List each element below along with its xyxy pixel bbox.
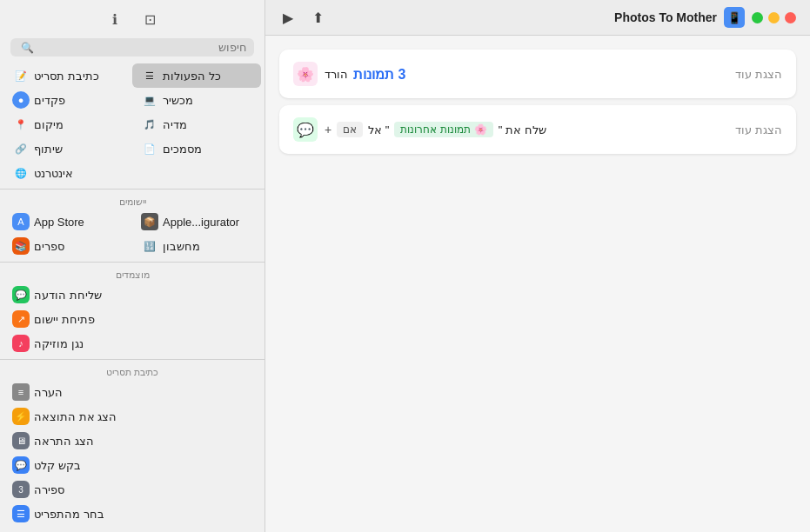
sidebar-item-show-alert[interactable]: הצג התראה 🖥 [3, 429, 261, 453]
step2-app-icon: 💬 [293, 117, 318, 142]
suggested-section-label: מוצמדים [0, 266, 264, 283]
step1-action: הורד [325, 68, 348, 81]
main-content: הצגת עוד 3 תמונות הורד 🌸 הצגת עוד שלח את… [265, 36, 810, 532]
green-traffic-light[interactable] [752, 12, 763, 23]
add-to-dock-icon[interactable]: ⊡ [139, 9, 160, 30]
apps-section-label: יישומים [0, 193, 264, 209]
sidebar-item-books[interactable]: ספרים 📚 [3, 234, 132, 258]
ask-input-label: בקש קלט [34, 459, 81, 472]
top-actions-grid: כל הפעולות ☰ כתיבת תסריט 📝 מכשיר 💻 פקדים… [0, 63, 264, 185]
app-store-label: App Store [34, 216, 84, 229]
header-right: Photos To Mother 📱 [614, 7, 796, 28]
show-alert-icon: 🖥 [12, 432, 30, 449]
show-result-icon: ⚡ [12, 408, 30, 425]
step2-tag-icon: 🌸 [474, 123, 487, 136]
play-music-label: נגן מוזיקה [34, 337, 84, 350]
documents-label: מסמכים [163, 143, 202, 156]
info-icon[interactable]: ℹ [104, 9, 125, 30]
step-card-send: הצגת עוד שלח את " 🌸 תמונות אחרונות " אל … [279, 105, 796, 154]
count-label: ספירה [34, 483, 64, 496]
show-result-label: הצג את התוצאה [34, 410, 117, 423]
sidebar-item-app-store[interactable]: App Store A [3, 209, 132, 234]
calculator-icon: 🔢 [141, 237, 158, 255]
search-bar[interactable]: 🔍 [10, 38, 254, 57]
automation-title: Photos To Mother [614, 10, 717, 24]
send-message-icon: 💬 [12, 286, 30, 303]
step-card-download: הצגת עוד 3 תמונות הורד 🌸 [279, 50, 796, 98]
step1-app-icon: 🌸 [293, 62, 318, 86]
sidebar-item-send-message[interactable]: שליחת הודעה 💬 [3, 283, 261, 307]
sidebar-item-count[interactable]: ספירה 3 [3, 477, 261, 502]
step2-expand[interactable]: הצגת עוד [735, 123, 782, 136]
location-label: מיקום [34, 118, 64, 131]
step1-count[interactable]: 3 תמונות [353, 66, 405, 83]
red-traffic-light[interactable] [785, 12, 796, 23]
choose-menu-icon: ☰ [12, 505, 30, 522]
count-icon: 3 [12, 481, 30, 498]
step2-content: שלח את " 🌸 תמונות אחרונות " אל אם + [325, 122, 546, 137]
media-label: מדיה [163, 118, 187, 131]
step2-tag[interactable]: 🌸 תמונות אחרונות [394, 122, 492, 137]
share-button[interactable]: ⬆ [309, 8, 327, 28]
play-music-icon: ♪ [12, 335, 30, 352]
note-icon: ≡ [12, 383, 30, 401]
sidebar-item-media[interactable]: מדיה 🎵 [132, 112, 261, 136]
ask-input-icon: 💬 [12, 456, 30, 474]
script-list: הערה ≡ הצג את התוצאה ⚡ הצג התראה 🖥 בקש ק… [0, 380, 264, 526]
sharing-icon: 🔗 [12, 140, 30, 157]
step2-to: " אל [368, 123, 389, 136]
sidebar-item-all-actions[interactable]: כל הפעולות ☰ [132, 63, 261, 88]
suggested-list: שליחת הודעה 💬 פתיחת יישום ↗ נגן מוזיקה ♪ [0, 283, 264, 356]
yellow-traffic-light[interactable] [768, 12, 780, 23]
sidebar-item-sharing[interactable]: שיתוף 🔗 [3, 136, 132, 161]
device-icon: 💻 [141, 91, 158, 109]
toolbar-left: ▶ ⬆ [279, 8, 327, 28]
controls-icon: ● [12, 91, 30, 109]
sidebar-item-calculator[interactable]: מחשבון 🔢 [132, 234, 261, 258]
step1-expand[interactable]: הצגת עוד [735, 68, 782, 81]
step2-action: שלח את " [499, 123, 546, 136]
sidebar-item-ask-input[interactable]: בקש קלט 💬 [3, 453, 261, 477]
internet-icon: 🌐 [12, 164, 30, 182]
script-section-label: כתיבת תסריט [0, 363, 264, 380]
device-label: מכשיר [163, 94, 193, 107]
sidebar-top-icons: ℹ ⊡ [0, 0, 264, 35]
step2-contact[interactable]: אם [337, 122, 363, 137]
step1-right: 3 תמונות הורד 🌸 [293, 62, 405, 86]
choose-menu-label: בחר מהתפריט [34, 508, 104, 521]
header-app-icon: 📱 [724, 7, 745, 28]
open-app-label: פתיחת יישום [34, 313, 95, 326]
calculator-label: מחשבון [163, 240, 200, 253]
books-icon: 📚 [12, 237, 30, 255]
sidebar-item-script[interactable]: כתיבת תסריט 📝 [3, 63, 132, 88]
controls-label: פקדים [34, 94, 65, 107]
books-label: ספרים [34, 240, 64, 253]
sidebar-item-open-app[interactable]: פתיחת יישום ↗ [3, 307, 261, 331]
sidebar-item-apple-configurator[interactable]: Apple...igurator 📦 [132, 209, 261, 234]
search-icon: 🔍 [21, 42, 34, 54]
search-input[interactable] [34, 41, 247, 54]
traffic-lights [752, 12, 796, 23]
sidebar-item-show-result[interactable]: הצג את התוצאה ⚡ [3, 404, 261, 429]
sidebar-item-choose-menu[interactable]: בחר מהתפריט ☰ [3, 502, 261, 526]
sidebar-item-note[interactable]: הערה ≡ [3, 380, 261, 404]
main-header: ▶ ⬆ Photos To Mother 📱 [265, 0, 810, 36]
step2-add-button[interactable]: + [325, 123, 331, 136]
sidebar-item-location[interactable]: מיקום 📍 [3, 112, 132, 136]
sidebar-item-documents[interactable]: מסמכים 📄 [132, 136, 261, 161]
sidebar-item-device[interactable]: מכשיר 💻 [132, 88, 261, 112]
all-actions-icon: ☰ [141, 67, 158, 84]
internet-label: אינטרנט [34, 167, 73, 180]
open-app-icon: ↗ [12, 310, 30, 328]
show-alert-label: הצג התראה [34, 435, 94, 448]
step2-tag-label: תמונות אחרונות [400, 123, 470, 136]
send-message-label: שליחת הודעה [34, 289, 102, 302]
apps-grid: Apple...igurator 📦 App Store A מחשבון 🔢 … [0, 209, 264, 258]
play-button[interactable]: ▶ [279, 8, 297, 28]
media-icon: 🎵 [141, 116, 158, 133]
step2-right: שלח את " 🌸 תמונות אחרונות " אל אם + 💬 [293, 117, 546, 142]
sidebar-item-controls[interactable]: פקדים ● [3, 88, 132, 112]
sidebar-item-internet[interactable]: אינטרנט 🌐 [3, 161, 132, 185]
sidebar-item-play-music[interactable]: נגן מוזיקה ♪ [3, 331, 261, 356]
sidebar: ℹ ⊡ 🔍 כל הפעולות ☰ כתיבת תסריט 📝 מכשיר 💻… [0, 0, 265, 532]
